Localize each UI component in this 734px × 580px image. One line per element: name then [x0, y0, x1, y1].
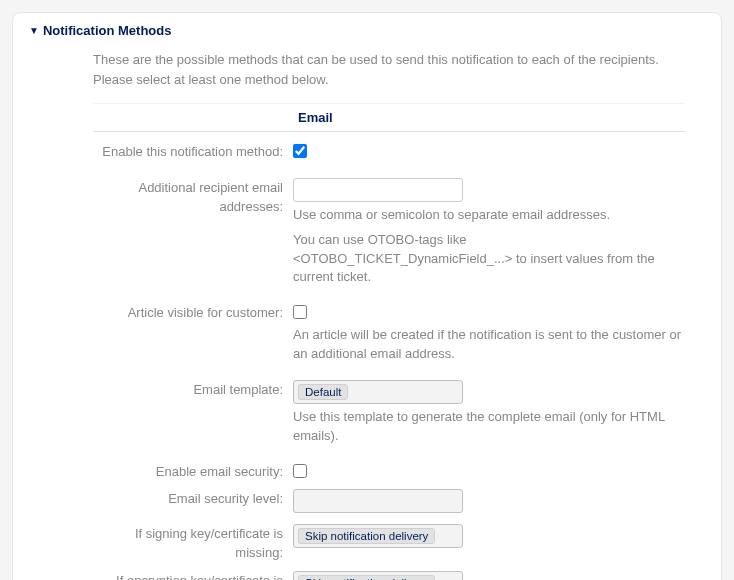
row-encryption-missing: If encryption key/certificate is missing… [93, 569, 685, 580]
additional-recipients-label: Additional recipient email addresses: [93, 176, 293, 287]
additional-recipients-help1: Use comma or semicolon to separate email… [293, 206, 685, 225]
panel-intro: These are the possible methods that can … [93, 50, 685, 89]
email-template-help: Use this template to generate the comple… [293, 408, 685, 446]
security-level-select[interactable] [293, 489, 463, 513]
column-email-header: Email [298, 110, 685, 125]
encryption-missing-select[interactable]: Skip notification delivery [293, 571, 463, 580]
notification-methods-panel: ▼ Notification Methods These are the pos… [12, 12, 722, 580]
email-template-label: Email template: [93, 378, 293, 446]
row-email-template: Email template: Default Use this templat… [93, 378, 685, 446]
additional-recipients-input[interactable] [293, 178, 463, 202]
signing-missing-chip: Skip notification delivery [298, 528, 435, 544]
caret-down-icon: ▼ [29, 25, 39, 36]
row-enable-security: Enable email security: [93, 460, 685, 482]
signing-missing-label: If signing key/certificate is missing: [93, 522, 293, 563]
row-additional-recipients: Additional recipient email addresses: Us… [93, 176, 685, 287]
panel-header[interactable]: ▼ Notification Methods [29, 23, 705, 38]
enable-method-checkbox[interactable] [293, 144, 307, 158]
email-template-chip: Default [298, 384, 348, 400]
encryption-missing-chip: Skip notification delivery [298, 575, 435, 580]
article-visible-label: Article visible for customer: [93, 301, 293, 364]
column-header-row: Email [93, 103, 685, 132]
signing-missing-select[interactable]: Skip notification delivery [293, 524, 463, 548]
row-enable-method: Enable this notification method: [93, 140, 685, 162]
panel-title: Notification Methods [43, 23, 172, 38]
enable-security-label: Enable email security: [93, 460, 293, 482]
security-level-label: Email security level: [93, 487, 293, 516]
article-visible-help: An article will be created if the notifi… [293, 326, 685, 364]
article-visible-checkbox[interactable] [293, 305, 307, 319]
enable-security-checkbox[interactable] [293, 464, 307, 478]
row-article-visible: Article visible for customer: An article… [93, 301, 685, 364]
enable-method-label: Enable this notification method: [93, 140, 293, 162]
additional-recipients-help2: You can use OTOBO-tags like <OTOBO_TICKE… [293, 231, 685, 288]
encryption-missing-label: If encryption key/certificate is missing… [93, 569, 293, 580]
email-template-select[interactable]: Default [293, 380, 463, 404]
row-security-level: Email security level: [93, 487, 685, 516]
row-signing-missing: If signing key/certificate is missing: S… [93, 522, 685, 563]
